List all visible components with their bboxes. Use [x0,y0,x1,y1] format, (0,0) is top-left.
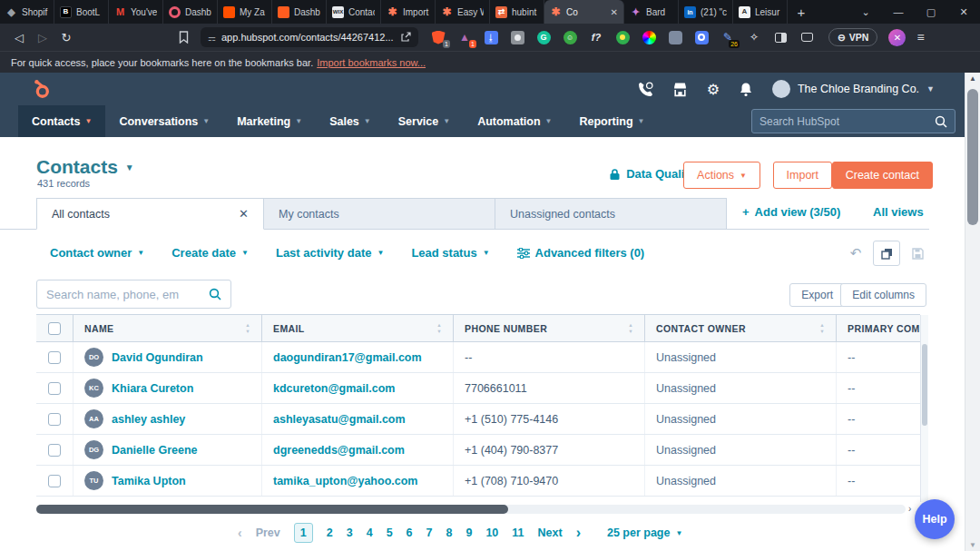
per-page-select[interactable]: 25 per page▼ [607,526,682,539]
tab-close-icon[interactable]: ✕ [611,7,618,17]
notifications-bell-icon[interactable] [739,82,753,97]
browser-tab-gmail[interactable]: MYou've [109,0,163,24]
nav-item-sales[interactable]: Sales▼ [316,105,385,137]
nav-item-service[interactable]: Service▼ [385,105,464,137]
account-menu[interactable]: The Chloe Branding Co. ▼ [772,80,935,98]
filter-create-date[interactable]: Create date▼ [172,246,249,260]
filter-contact-owner[interactable]: Contact owner▼ [50,246,144,260]
close-icon[interactable]: ✕ [947,0,980,24]
page-2-button[interactable]: 2 [327,526,333,539]
prev-button[interactable]: Prev [256,526,280,539]
scroll-right-icon[interactable]: › [908,504,911,514]
next-button[interactable]: Next [538,526,563,539]
clone-view-button[interactable] [873,241,900,266]
view-tab-my-contacts[interactable]: My contacts [264,198,495,230]
scroll-down-icon[interactable]: ▼ [965,541,980,549]
nav-item-reporting[interactable]: Reporting▼ [566,105,659,137]
row-checkbox[interactable] [48,444,61,457]
pencil-icon[interactable]: ✎26 [720,30,735,44]
colorwheel-icon[interactable] [642,30,656,44]
browser-tab-hubint[interactable]: ⇄hubint [490,0,544,24]
row-checkbox[interactable] [48,413,61,426]
contact-name-link[interactable]: Khiara Cureton [112,382,193,395]
select-all-checkbox[interactable] [48,322,61,335]
import-button[interactable]: Import [773,162,832,189]
camera-icon[interactable] [510,30,524,44]
help-button[interactable]: Help [915,499,955,539]
browser-tab-dashboard1[interactable]: Dashb [163,0,218,24]
share-icon[interactable] [400,32,411,43]
sort-icon[interactable]: ▲▼ [628,322,633,333]
row-checkbox[interactable] [48,351,61,364]
global-search-input[interactable] [760,115,935,128]
nav-item-contacts[interactable]: Contacts▼ [18,105,105,137]
browser-tab-bard[interactable]: ✦Bard [624,0,679,24]
browser-tab-easy[interactable]: ✱Easy W [436,0,490,24]
add-view-link[interactable]: +Add view (3/50) [742,205,840,219]
page-5-button[interactable]: 5 [387,526,393,539]
browser-tab-leisure[interactable]: ALeisur [733,0,788,24]
grammarly-icon[interactable]: G [536,30,551,44]
column-header-name[interactable]: NAME▲▼ [73,315,261,341]
browser-tab-contacts-active[interactable]: ✱Co✕ [544,0,624,24]
page-title[interactable]: Contacts ▼ [36,156,134,178]
mascot-icon[interactable]: ☺ [563,30,577,44]
filter-last-activity-date[interactable]: Last activity date▼ [276,246,384,260]
create-contact-button[interactable]: Create contact [832,162,933,189]
column-header-email[interactable]: EMAIL▲▼ [261,315,453,341]
row-checkbox[interactable] [48,382,61,395]
save-view-button[interactable] [904,241,931,266]
search-icon[interactable] [935,115,947,128]
site-settings-icon[interactable]: ⚎ [208,33,216,43]
sort-icon[interactable]: ▲▼ [245,322,250,333]
filter-lead-status[interactable]: Lead status▼ [411,246,489,260]
table-row[interactable]: KCKhiara Cureton kdcureton@gmail.com 770… [36,373,920,404]
sidebar-icon[interactable] [773,30,788,44]
browser-tab-dashboard2[interactable]: Dashb [272,0,327,24]
address-bar[interactable]: ⚎ app.hubspot.com/contacts/44267412... [201,27,418,47]
nav-item-marketing[interactable]: Marketing▼ [223,105,316,137]
menu-icon[interactable]: ≡ [916,30,924,44]
browser-tab-zapier[interactable]: My Za [218,0,272,24]
column-header-phone[interactable]: PHONE NUMBER▲▼ [453,315,644,341]
actions-button[interactable]: Actions▼ [683,162,760,189]
settings-gear-icon[interactable]: ⚙ [707,81,720,98]
contact-email-link[interactable]: tamika_upton@yahoo.com [273,475,417,487]
column-header-company[interactable]: PRIMARY COMPANY [836,315,920,341]
page-11-button[interactable]: 11 [512,526,524,539]
nav-item-conversations[interactable]: Conversations▼ [105,105,223,137]
nav-item-automation[interactable]: Automation▼ [464,105,565,137]
page-3-button[interactable]: 3 [347,526,353,539]
page-vertical-scrollbar[interactable]: ▲ ▼ [965,73,980,551]
undo-button[interactable]: ↶ [842,241,869,266]
scrollbar-thumb[interactable] [967,89,978,225]
contact-name-link[interactable]: David Ogundiran [112,351,203,364]
export-button[interactable]: Export [789,283,845,307]
marketplace-icon[interactable] [672,82,688,97]
lightbulb-icon[interactable] [615,30,630,44]
table-horizontal-scrollbar[interactable] [36,505,906,514]
browser-tab-linkedin[interactable]: in(21) "c [679,0,733,24]
browser-tab-bootlabs[interactable]: BBootL [54,0,109,24]
contact-name-link[interactable]: Danielle Greene [112,444,198,457]
browser-tab-shopify[interactable]: ◆Shopif [0,0,54,24]
table-row[interactable]: AAashley ashley ashleyasatu@gmail.com +1… [36,404,920,435]
profile-avatar[interactable] [888,29,906,46]
prev-chevron-icon[interactable]: ‹ [238,526,242,540]
screen-recorder-icon[interactable] [694,30,709,44]
bookmark-icon[interactable] [178,31,190,44]
page-1-button[interactable]: 1 [294,523,313,543]
browser-tab-import[interactable]: ✱Import [381,0,436,24]
chat-icon[interactable] [668,30,682,44]
blocker-extension-icon[interactable]: ▲1 [457,30,472,44]
close-view-icon[interactable]: ✕ [239,207,249,221]
seal-icon[interactable]: ✧ [747,30,761,44]
hubspot-logo-icon[interactable] [31,79,51,99]
wallet-icon[interactable] [799,30,814,44]
edit-columns-button[interactable]: Edit columns [840,283,926,307]
page-4-button[interactable]: 4 [367,526,373,539]
column-header-owner[interactable]: CONTACT OWNER▲▼ [644,315,836,341]
page-10-button[interactable]: 10 [485,526,498,539]
page-6-button[interactable]: 6 [407,526,413,539]
browser-tab-wix[interactable]: WIXContac [327,0,381,24]
